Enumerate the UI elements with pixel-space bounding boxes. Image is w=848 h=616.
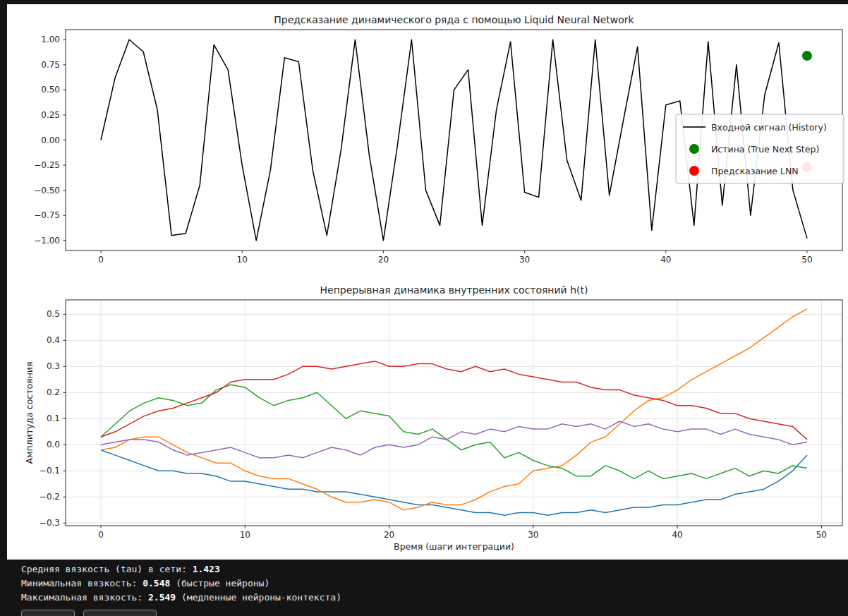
legend-label: Истина (True Next Step) xyxy=(711,144,819,155)
console-line: Максимальная вязкость: 2.549 (медленные … xyxy=(21,591,341,605)
app-window: 010203040501.000.750.500.250.00−0.25−0.5… xyxy=(0,0,848,616)
x-tick-label: 10 xyxy=(240,530,250,540)
x-tick-label: 20 xyxy=(384,530,394,540)
y-axis-label: Амплитуда состояния xyxy=(24,362,35,464)
prediction-chart: 010203040501.000.750.500.250.00−0.25−0.5… xyxy=(34,14,844,265)
x-tick-label: 50 xyxy=(816,530,827,540)
console-line: Минимальная вязкость: 0.548 (быстрые ней… xyxy=(21,576,341,591)
y-tick-label: 0.75 xyxy=(41,60,60,70)
x-tick-label: 40 xyxy=(672,530,682,540)
x-tick-label: 0 xyxy=(98,255,104,265)
series-line-3 xyxy=(101,361,807,440)
legend-dot-swatch xyxy=(689,166,699,176)
series-line-4 xyxy=(101,421,807,458)
console-value: 0.548 xyxy=(143,578,170,588)
series-line-2 xyxy=(101,385,807,478)
x-tick-label: 30 xyxy=(519,255,530,265)
y-tick-label: −0.25 xyxy=(34,160,60,170)
y-tick-label: −1.00 xyxy=(34,236,60,246)
y-tick-label: −0.3 xyxy=(40,518,60,528)
legend-label: Предсказание LNN xyxy=(711,166,799,176)
console-output: Средняя вязкость (tau) в сети: 1.423 Мин… xyxy=(21,562,341,605)
y-tick-label: −0.2 xyxy=(40,492,60,502)
console-value: 2.549 xyxy=(148,592,176,603)
y-tick-label: 0.5 xyxy=(47,309,60,319)
x-tick-label: 30 xyxy=(528,530,538,540)
x-tick-label: 0 xyxy=(98,530,104,540)
console-suffix: (медленные нейроны-контекста) xyxy=(176,592,341,603)
bottom-toolbar-button-1[interactable] xyxy=(21,610,75,616)
y-tick-label: 1.00 xyxy=(41,35,60,44)
console-label: Максимальная вязкость: xyxy=(21,592,148,603)
chart-title: Непрерывная динамика внутренних состояни… xyxy=(320,284,588,296)
console-label: Минимальная вязкость: xyxy=(21,578,143,588)
series-line-1 xyxy=(101,309,807,510)
bottom-toolbar-button-2[interactable] xyxy=(83,610,157,616)
chart-title: Предсказание динамического ряда с помощь… xyxy=(274,14,634,25)
console-line: Средняя вязкость (tau) в сети: 1.423 xyxy=(21,562,341,576)
hidden-states-chart: 010203040500.50.40.30.20.10.0−0.1−0.2−0.… xyxy=(24,284,842,552)
y-tick-label: 0.2 xyxy=(47,387,60,397)
legend-label: Входной сигнал (History) xyxy=(711,122,827,133)
y-tick-label: −0.50 xyxy=(34,186,60,195)
console-value: 1.423 xyxy=(193,564,220,574)
legend-dot-swatch xyxy=(689,144,699,154)
figure-canvas: 010203040501.000.750.500.250.00−0.25−0.5… xyxy=(7,4,848,560)
console-suffix: (быстрые нейроны) xyxy=(170,578,269,588)
y-tick-label: 0.25 xyxy=(41,110,60,120)
x-axis-label: Время (шаги интеграции) xyxy=(394,541,514,552)
y-tick-label: 0.00 xyxy=(41,135,60,145)
y-tick-label: −0.75 xyxy=(34,210,60,220)
x-tick-label: 10 xyxy=(237,255,248,265)
x-tick-label: 40 xyxy=(660,255,671,265)
x-tick-label: 20 xyxy=(378,255,389,265)
y-tick-label: 0.50 xyxy=(41,85,60,95)
plot-border xyxy=(66,300,842,526)
y-tick-label: −0.1 xyxy=(40,466,60,476)
y-tick-label: 0.4 xyxy=(47,335,60,345)
legend: Входной сигнал (History)Истина (True Nex… xyxy=(676,114,844,183)
y-tick-label: 0.3 xyxy=(47,361,60,371)
x-tick-label: 50 xyxy=(801,255,812,265)
matplotlib-figure: 010203040501.000.750.500.250.00−0.25−0.5… xyxy=(7,4,848,560)
y-tick-label: 0.1 xyxy=(47,413,60,423)
marker-0 xyxy=(802,51,812,61)
console-label: Средняя вязкость (tau) в сети: xyxy=(21,564,193,574)
y-tick-label: 0.0 xyxy=(47,440,60,449)
